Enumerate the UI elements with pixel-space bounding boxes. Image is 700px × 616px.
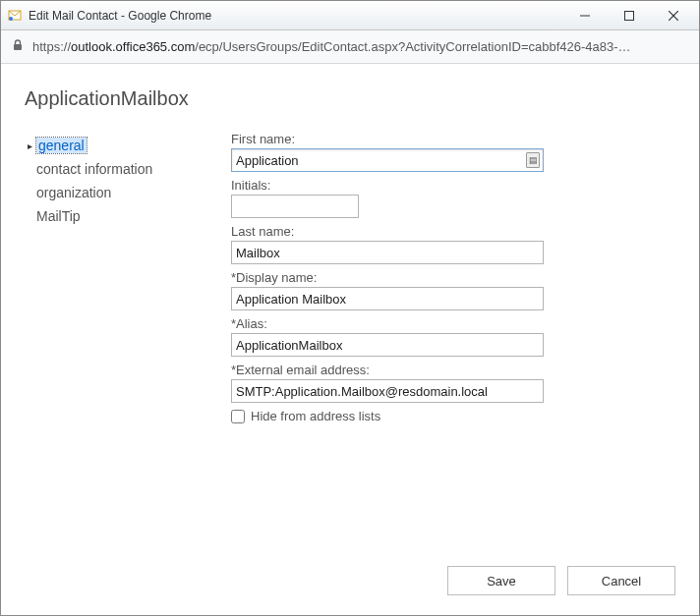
- sidebar-item-general[interactable]: ▸ general: [25, 134, 231, 157]
- svg-rect-6: [14, 44, 22, 50]
- dialog-footer: Save Cancel: [447, 566, 675, 595]
- url-host: outlook.office365.com: [71, 39, 195, 54]
- label-hide-from-address-lists: Hide from address lists: [251, 409, 380, 423]
- window-title: Edit Mail Contact - Google Chrome: [29, 9, 562, 23]
- first-name-input[interactable]: [231, 148, 544, 172]
- app-favicon: [7, 8, 23, 24]
- sidebar-item-organization[interactable]: organization: [25, 181, 231, 204]
- alias-input[interactable]: [231, 333, 544, 357]
- label-alias: *Alias:: [231, 316, 555, 331]
- url-text[interactable]: https://outlook.office365.com/ecp/UsersG…: [32, 39, 689, 54]
- form-general: First name: ▤ Initials: Last name: *Disp…: [231, 132, 555, 423]
- address-bar: https://outlook.office365.com/ecp/UsersG…: [1, 30, 699, 64]
- svg-point-1: [9, 17, 13, 21]
- url-path: /ecp/UsersGroups/EditContact.aspx?Activi…: [195, 39, 630, 54]
- sidebar-item-label: general: [36, 138, 87, 153]
- display-name-input[interactable]: [231, 287, 544, 310]
- lock-icon: [11, 38, 25, 55]
- external-email-input[interactable]: [231, 379, 544, 403]
- label-display-name: *Display name:: [231, 270, 555, 285]
- label-external-email: *External email address:: [231, 363, 555, 377]
- sidebar-item-label: MailTip: [25, 208, 81, 224]
- maximize-button[interactable]: [607, 2, 651, 29]
- label-last-name: Last name:: [231, 224, 555, 239]
- close-button[interactable]: [651, 2, 695, 29]
- last-name-input[interactable]: [231, 241, 544, 264]
- svg-rect-3: [624, 11, 633, 20]
- minimize-button[interactable]: [562, 2, 607, 29]
- page-content: ApplicationMailbox ▸ general contact inf…: [1, 64, 699, 615]
- sidebar-nav: ▸ general contact information organizati…: [25, 132, 231, 423]
- label-first-name: First name:: [231, 132, 555, 146]
- window-controls: [562, 2, 695, 29]
- save-button[interactable]: Save: [447, 566, 555, 595]
- initials-input[interactable]: [231, 195, 359, 218]
- sidebar-item-label: organization: [25, 185, 111, 200]
- cancel-button[interactable]: Cancel: [567, 566, 675, 595]
- sidebar-item-label: contact information: [25, 161, 152, 177]
- hide-from-address-lists-checkbox[interactable]: [231, 410, 245, 423]
- label-initials: Initials:: [231, 178, 555, 193]
- sidebar-item-contact-information[interactable]: contact information: [25, 157, 231, 181]
- page-title: ApplicationMailbox: [25, 87, 675, 110]
- window-titlebar: Edit Mail Contact - Google Chrome: [1, 1, 699, 30]
- caret-right-icon: ▸: [25, 140, 34, 151]
- sidebar-item-mailtip[interactable]: MailTip: [25, 204, 231, 228]
